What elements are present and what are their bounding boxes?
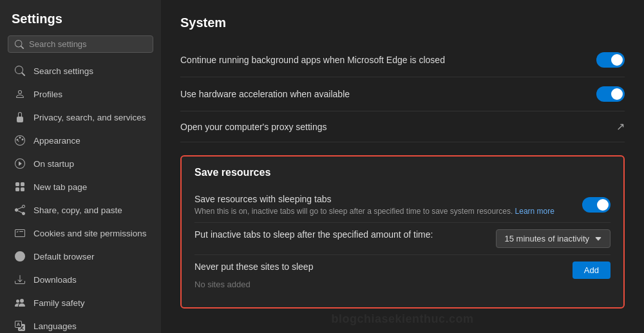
sleeping-tabs-label: Save resources with sleeping tabs	[194, 194, 554, 204]
no-sites-text: No sites added	[194, 274, 313, 290]
inactive-tabs-text: Put inactive tabs to sleep after the spe…	[194, 229, 433, 242]
never-sleep-row: Never put these sites to sleep No sites …	[194, 255, 611, 297]
main-content: System Continue running background apps …	[161, 0, 644, 333]
sidebar-item-label: On startup	[33, 159, 74, 169]
share-icon	[14, 204, 26, 216]
newtab-icon	[14, 181, 26, 193]
watermark: blogchiasekienthuc.com	[180, 309, 625, 326]
never-sleep-text: Never put these sites to sleep No sites …	[194, 262, 313, 290]
cookies-icon	[14, 227, 26, 239]
sleeping-tabs-text: Save resources with sleeping tabs When t…	[194, 194, 554, 216]
sidebar-item-label: Downloads	[33, 275, 77, 285]
sidebar-item-label: New tab page	[33, 182, 87, 192]
startup-icon	[14, 158, 26, 169]
sidebar-item-on-startup[interactable]: On startup	[3, 153, 158, 175]
inactivity-dropdown-value: 15 minutes of inactivity	[504, 234, 589, 243]
hardware-accel-toggle[interactable]	[596, 86, 625, 102]
search-icon	[15, 40, 24, 49]
sidebar-item-family-safety[interactable]: Family safety	[3, 292, 158, 314]
sidebar-item-label: Search settings	[33, 66, 93, 76]
browser-icon	[14, 251, 26, 262]
sidebar-item-label: Share, copy, and paste	[33, 205, 122, 215]
learn-more-link[interactable]: Learn more	[515, 207, 554, 216]
sidebar-item-cookies[interactable]: Cookies and site permissions	[3, 222, 158, 244]
sidebar-item-label: Privacy, search, and services	[33, 113, 146, 122]
sidebar-item-downloads[interactable]: Downloads	[3, 269, 158, 290]
privacy-icon	[14, 111, 26, 123]
sidebar-item-share-copy[interactable]: Share, copy, and paste	[3, 199, 158, 221]
page-title: System	[180, 15, 625, 30]
background-apps-row: Continue running background apps when Mi…	[180, 43, 625, 77]
appearance-icon	[14, 135, 26, 146]
inactivity-dropdown[interactable]: 15 minutes of inactivity	[496, 229, 611, 248]
sidebar-item-label: Appearance	[33, 136, 80, 146]
sleeping-tabs-toggle[interactable]	[582, 197, 611, 213]
sidebar-title: Settings	[0, 5, 161, 35]
save-resources-title: Save resources	[194, 167, 611, 178]
hardware-accel-label: Use hardware acceleration when available	[180, 89, 350, 99]
search-box[interactable]	[8, 35, 153, 53]
sleeping-tabs-row: Save resources with sleeping tabs When t…	[194, 187, 611, 223]
background-apps-label: Continue running background apps when Mi…	[180, 55, 445, 65]
proxy-settings-label: Open your computer's proxy settings	[180, 122, 327, 132]
add-site-button[interactable]: Add	[573, 262, 611, 279]
sidebar-item-label: Profiles	[33, 90, 62, 99]
inactive-tabs-row: Put inactive tabs to sleep after the spe…	[194, 223, 611, 255]
sidebar-item-search-settings[interactable]: Search settings	[3, 60, 158, 82]
sidebar-item-label: Default browser	[33, 252, 95, 262]
background-apps-toggle[interactable]	[596, 52, 625, 68]
sidebar-item-languages[interactable]: Languages	[3, 315, 158, 333]
search-settings-icon	[14, 65, 26, 77]
sidebar-item-default-browser[interactable]: Default browser	[3, 245, 158, 267]
save-resources-box: Save resources Save resources with sleep…	[180, 155, 625, 309]
proxy-settings-row: Open your computer's proxy settings ↗	[180, 111, 625, 142]
chevron-down-icon	[594, 235, 602, 243]
sidebar-item-privacy[interactable]: Privacy, search, and services	[3, 106, 158, 128]
sidebar: Settings Search settings Profiles Privac…	[0, 0, 161, 333]
sleeping-tabs-subtext: When this is on, inactive tabs will go t…	[194, 207, 554, 216]
never-sleep-label: Never put these sites to sleep	[194, 262, 313, 272]
family-icon	[14, 297, 26, 309]
languages-icon	[14, 320, 26, 332]
downloads-icon	[14, 274, 26, 285]
hardware-accel-row: Use hardware acceleration when available	[180, 77, 625, 111]
profiles-icon	[14, 88, 26, 100]
sidebar-item-profiles[interactable]: Profiles	[3, 83, 158, 105]
sidebar-item-label: Cookies and site permissions	[33, 229, 147, 238]
sidebar-item-label: Family safety	[33, 298, 85, 308]
search-input[interactable]	[29, 39, 146, 49]
external-link-icon[interactable]: ↗	[616, 120, 625, 133]
sidebar-item-new-tab[interactable]: New tab page	[3, 176, 158, 198]
sidebar-item-appearance[interactable]: Appearance	[3, 129, 158, 151]
sidebar-item-label: Languages	[33, 321, 77, 331]
inactive-tabs-label: Put inactive tabs to sleep after the spe…	[194, 229, 433, 240]
